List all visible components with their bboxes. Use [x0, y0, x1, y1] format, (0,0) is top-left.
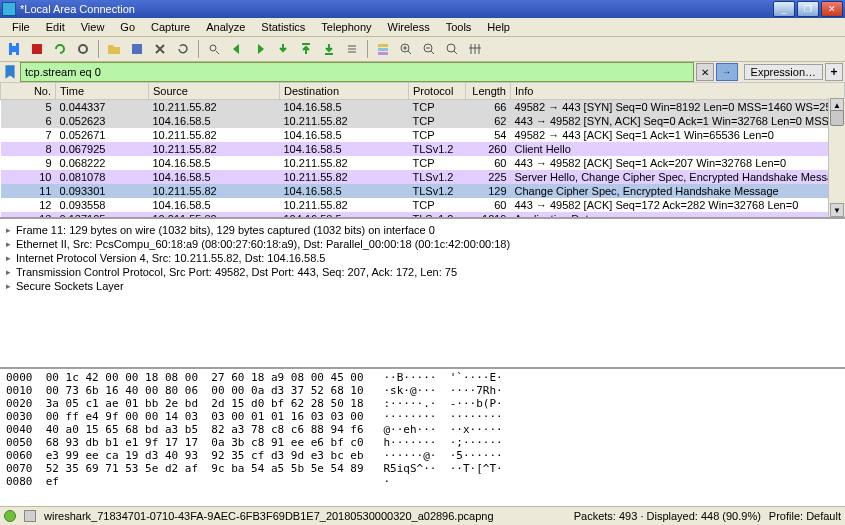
menu-statistics[interactable]: Statistics [253, 19, 313, 35]
col-protocol-header[interactable]: Protocol [409, 83, 466, 100]
detail-row[interactable]: ▸Secure Sockets Layer [6, 279, 839, 293]
autoscroll-button[interactable] [342, 39, 362, 59]
zoom-out-button[interactable] [419, 39, 439, 59]
status-profile[interactable]: Profile: Default [769, 510, 841, 522]
pkt-cell-len: 260 [466, 142, 511, 156]
pkt-cell-info: 49582 → 443 [SYN] Seq=0 Win=8192 Len=0 M… [511, 100, 845, 115]
col-destination-header[interactable]: Destination [280, 83, 409, 100]
pkt-cell-no: 9 [1, 156, 56, 170]
stop-capture-button[interactable] [27, 39, 47, 59]
pkt-cell-proto: TCP [409, 156, 466, 170]
packet-row[interactable]: 120.093558104.16.58.510.211.55.82TCP6044… [1, 198, 845, 212]
scroll-down-icon[interactable]: ▼ [830, 203, 844, 217]
packet-bytes-pane[interactable]: 0000 00 1c 42 00 00 18 08 00 27 60 18 a9… [0, 369, 845, 506]
reload-button[interactable] [173, 39, 193, 59]
prev-button[interactable] [227, 39, 247, 59]
expand-arrow-icon[interactable]: ▸ [6, 237, 16, 251]
pkt-cell-no: 11 [1, 184, 56, 198]
pkt-cell-len: 1019 [466, 212, 511, 219]
pkt-cell-len: 62 [466, 114, 511, 128]
pkt-cell-no: 10 [1, 170, 56, 184]
restart-capture-button[interactable] [50, 39, 70, 59]
resize-columns-button[interactable] [465, 39, 485, 59]
detail-text: Ethernet II, Src: PcsCompu_60:18:a9 (08:… [16, 237, 510, 251]
find-button[interactable] [204, 39, 224, 59]
pkt-cell-info: 443 → 49582 [ACK] Seq=172 Ack=282 Win=32… [511, 198, 845, 212]
display-filter-input[interactable] [20, 62, 694, 82]
detail-text: Internet Protocol Version 4, Src: 10.211… [16, 251, 325, 265]
pkt-cell-proto: TCP [409, 114, 466, 128]
filter-apply-button[interactable]: → [716, 63, 738, 81]
pkt-cell-len: 60 [466, 198, 511, 212]
detail-text: Transmission Control Protocol, Src Port:… [16, 265, 457, 279]
col-length-header[interactable]: Length [466, 83, 511, 100]
pkt-cell-src: 104.16.58.5 [149, 156, 280, 170]
wireshark-icon [2, 2, 16, 16]
filter-expression-button[interactable]: Expression… [744, 64, 823, 80]
packet-row[interactable]: 90.068222104.16.58.510.211.55.82TCP60443… [1, 156, 845, 170]
col-time-header[interactable]: Time [56, 83, 149, 100]
packet-row[interactable]: 70.05267110.211.55.82104.16.58.5TCP54495… [1, 128, 845, 142]
close-button[interactable]: ✕ [821, 1, 843, 17]
packet-list-scrollbar[interactable]: ▲ ▼ [828, 98, 845, 217]
pkt-cell-len: 54 [466, 128, 511, 142]
open-file-button[interactable] [104, 39, 124, 59]
expand-arrow-icon[interactable]: ▸ [6, 265, 16, 279]
packet-row[interactable]: 80.06792510.211.55.82104.16.58.5TLSv1.22… [1, 142, 845, 156]
goto-button[interactable] [273, 39, 293, 59]
packet-details-pane[interactable]: ▸Frame 11: 129 bytes on wire (1032 bits)… [0, 219, 845, 369]
pkt-cell-no: 5 [1, 100, 56, 115]
first-button[interactable] [296, 39, 316, 59]
col-source-header[interactable]: Source [149, 83, 280, 100]
colorize-button[interactable] [373, 39, 393, 59]
zoom-reset-button[interactable] [442, 39, 462, 59]
options-button[interactable] [73, 39, 93, 59]
menu-tools[interactable]: Tools [438, 19, 480, 35]
pkt-cell-time: 0.093558 [56, 198, 149, 212]
save-file-button[interactable] [127, 39, 147, 59]
maximize-button[interactable]: ❐ [797, 1, 819, 17]
close-file-button[interactable] [150, 39, 170, 59]
expand-arrow-icon[interactable]: ▸ [6, 251, 16, 265]
detail-row[interactable]: ▸Transmission Control Protocol, Src Port… [6, 265, 839, 279]
packet-row[interactable]: 60.052623104.16.58.510.211.55.82TCP62443… [1, 114, 845, 128]
pkt-cell-time: 0.137105 [56, 212, 149, 219]
menu-edit[interactable]: Edit [38, 19, 73, 35]
pkt-cell-len: 129 [466, 184, 511, 198]
start-capture-button[interactable] [4, 39, 24, 59]
expand-arrow-icon[interactable]: ▸ [6, 223, 16, 237]
detail-row[interactable]: ▸Frame 11: 129 bytes on wire (1032 bits)… [6, 223, 839, 237]
packet-list-pane[interactable]: No. Time Source Destination Protocol Len… [0, 82, 845, 219]
pkt-cell-proto: TLSv1.2 [409, 170, 466, 184]
menu-help[interactable]: Help [479, 19, 518, 35]
zoom-in-button[interactable] [396, 39, 416, 59]
detail-row[interactable]: ▸Ethernet II, Src: PcsCompu_60:18:a9 (08… [6, 237, 839, 251]
filter-bookmark-icon[interactable] [2, 64, 18, 80]
menu-telephony[interactable]: Telephony [313, 19, 379, 35]
filter-clear-button[interactable]: ✕ [696, 63, 714, 81]
packet-row[interactable]: 50.04433710.211.55.82104.16.58.5TCP66495… [1, 100, 845, 115]
menu-wireless[interactable]: Wireless [380, 19, 438, 35]
menu-capture[interactable]: Capture [143, 19, 198, 35]
last-button[interactable] [319, 39, 339, 59]
expert-info-icon[interactable] [4, 510, 16, 522]
menu-analyze[interactable]: Analyze [198, 19, 253, 35]
packet-row[interactable]: 110.09330110.211.55.82104.16.58.5TLSv1.2… [1, 184, 845, 198]
packet-row[interactable]: 100.081078104.16.58.510.211.55.82TLSv1.2… [1, 170, 845, 184]
menu-view[interactable]: View [73, 19, 113, 35]
next-button[interactable] [250, 39, 270, 59]
menu-file[interactable]: File [4, 19, 38, 35]
packet-row[interactable]: 130.13710510.211.55.82104.16.58.5TLSv1.2… [1, 212, 845, 219]
minimize-button[interactable]: _ [773, 1, 795, 17]
detail-row[interactable]: ▸Internet Protocol Version 4, Src: 10.21… [6, 251, 839, 265]
pkt-cell-time: 0.093301 [56, 184, 149, 198]
filter-add-button[interactable]: + [825, 63, 843, 81]
col-info-header[interactable]: Info [511, 83, 845, 100]
pkt-cell-dst: 104.16.58.5 [280, 100, 409, 115]
pkt-cell-proto: TLSv1.2 [409, 142, 466, 156]
scroll-thumb[interactable] [830, 110, 844, 126]
expand-arrow-icon[interactable]: ▸ [6, 279, 16, 293]
pkt-cell-time: 0.044337 [56, 100, 149, 115]
menu-go[interactable]: Go [112, 19, 143, 35]
col-no-header[interactable]: No. [1, 83, 56, 100]
